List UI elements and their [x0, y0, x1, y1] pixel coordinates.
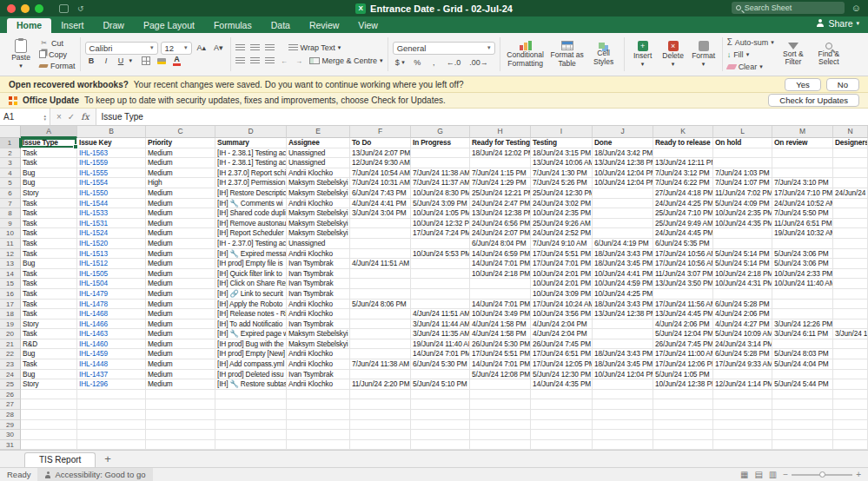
cell-A25[interactable]: Story	[21, 379, 77, 390]
cell-E10[interactable]: Maksym Stebelskyi	[287, 228, 350, 239]
cell-I22[interactable]: 17/Jun/24 6:51 PM	[531, 349, 593, 359]
cell-M1[interactable]: On review	[772, 138, 833, 148]
cell-A8[interactable]: Task	[21, 208, 77, 219]
cell-F15[interactable]	[350, 279, 411, 289]
cell-J23[interactable]: 18/Jun/24 3:45 PM	[593, 359, 653, 370]
row-header-14[interactable]: 14	[0, 269, 21, 280]
cell-E16[interactable]: Ivan Tsymbrak	[287, 289, 350, 300]
cell-C9[interactable]: Medium	[146, 219, 215, 229]
cell-C5[interactable]: High	[146, 178, 215, 188]
row-header-4[interactable]: 4	[0, 168, 21, 179]
cell-E23[interactable]: Andrii Klochko	[287, 359, 350, 370]
cell-G17[interactable]	[411, 300, 470, 310]
row-header-27[interactable]: 27	[0, 399, 21, 410]
cell-G12[interactable]: 10/Jun/24 5:53 PM	[411, 249, 470, 260]
format-as-table-button[interactable]: Format as Table	[549, 41, 586, 68]
cell-styles-button[interactable]: Cell Styles	[588, 43, 620, 66]
tab-insert[interactable]: Insert	[51, 18, 93, 33]
cell-M19[interactable]: 3/Jun/24 12:26 PM	[772, 320, 833, 330]
cell-N15[interactable]	[833, 279, 868, 289]
cell-I8[interactable]: 10/Jun/24 2:35 PM	[531, 208, 593, 219]
column-header-H[interactable]: H	[470, 126, 531, 138]
align-middle-icon[interactable]	[250, 44, 260, 51]
increase-decimal-button[interactable]: ←.0	[444, 56, 464, 69]
cell-K24[interactable]: 5/Jun/24 1:05 PM	[653, 370, 713, 380]
align-bottom-icon[interactable]	[265, 44, 275, 51]
cell-I12[interactable]: 17/Jun/24 5:51 PM	[531, 249, 593, 260]
cell-H1[interactable]: Ready for Testing	[470, 138, 531, 148]
cell-I29[interactable]	[531, 420, 593, 431]
cell-M31[interactable]	[772, 440, 833, 450]
cell-G22[interactable]: 14/Jun/24 7:01 PM	[411, 349, 470, 359]
cell-C16[interactable]: Medium	[146, 289, 215, 300]
cell-J22[interactable]: 18/Jun/24 3:43 PM	[593, 349, 653, 359]
cell-L23[interactable]: 17/Jun/24 9:33 AM	[713, 359, 772, 370]
clear-button[interactable]: Clear ▾	[727, 62, 774, 72]
cell-B1[interactable]: Issue Key	[77, 138, 146, 148]
cell-C25[interactable]: Medium	[146, 379, 215, 390]
align-left-icon[interactable]	[235, 57, 245, 64]
cell-D12[interactable]: [IH] 🔧 Expired messaj	[215, 249, 287, 260]
cell-F27[interactable]	[350, 399, 411, 410]
cell-B11[interactable]: IHL-1520	[77, 239, 146, 249]
cell-L7[interactable]: 5/Jun/24 4:09 PM	[713, 199, 772, 209]
font-name-select[interactable]: Calibri ▾	[85, 42, 158, 55]
zoom-in-icon[interactable]: +	[856, 470, 861, 479]
cell-L12[interactable]: 5/Jun/24 5:14 PM	[713, 249, 772, 260]
cell-B30[interactable]	[77, 430, 146, 440]
cell-F17[interactable]: 5/Jun/24 8:06 PM	[350, 300, 411, 310]
cell-A17[interactable]: Task	[21, 300, 77, 310]
cell-G21[interactable]: 19/Jun/24 11:40 AM	[411, 339, 470, 350]
row-header-28[interactable]: 28	[0, 410, 21, 420]
cell-G2[interactable]	[411, 148, 470, 159]
cell-M3[interactable]	[772, 158, 833, 168]
cell-M4[interactable]	[772, 168, 833, 179]
cell-M26[interactable]	[772, 390, 833, 400]
cell-I1[interactable]: Testing	[531, 138, 593, 148]
cell-I24[interactable]: 5/Jun/24 12:30 PM	[531, 370, 593, 380]
cell-D26[interactable]	[215, 390, 287, 400]
column-header-C[interactable]: C	[146, 126, 215, 138]
cell-K11[interactable]: 6/Jun/24 5:35 PM	[653, 239, 713, 249]
cell-K14[interactable]: 11/Jun/24 3:07 PM	[653, 269, 713, 280]
cell-G18[interactable]: 4/Jun/24 11:51 AM	[411, 309, 470, 320]
cell-J12[interactable]: 18/Jun/24 3:43 PM	[593, 249, 653, 260]
cell-A5[interactable]: Bug	[21, 178, 77, 188]
row-header-18[interactable]: 18	[0, 309, 21, 320]
cell-D20[interactable]: [IH] 🔧 Expired page w	[215, 329, 287, 339]
row-header-30[interactable]: 30	[0, 430, 21, 440]
cell-B9[interactable]: IHL-1531	[77, 219, 146, 229]
cell-F26[interactable]	[350, 390, 411, 400]
cell-A26[interactable]	[21, 390, 77, 400]
cell-F3[interactable]: 12/Jun/24 9:30 AM	[350, 158, 411, 168]
cell-D10[interactable]: [IH] Report Scheduler	[215, 228, 287, 239]
cell-I6[interactable]: 25/Jun/24 12:30 PM	[531, 188, 593, 199]
cell-J10[interactable]	[593, 228, 653, 239]
row-header-20[interactable]: 20	[0, 329, 21, 339]
cell-G24[interactable]	[411, 370, 470, 380]
cell-G9[interactable]: 10/Jun/24 12:32 PM	[411, 219, 470, 229]
cell-F6[interactable]: 6/Jun/24 7:43 PM	[350, 188, 411, 199]
cell-N30[interactable]	[833, 430, 868, 440]
cell-L19[interactable]: 4/Jun/24 4:27 PM	[713, 320, 772, 330]
cell-K3[interactable]: 13/Jun/24 12:11 PM	[653, 158, 713, 168]
cell-J28[interactable]	[593, 410, 653, 420]
search-input[interactable]: Search Sheet	[732, 2, 845, 14]
cell-B3[interactable]: IHL-1559	[77, 158, 146, 168]
row-header-9[interactable]: 9	[0, 219, 21, 229]
tab-formulas[interactable]: Formulas	[204, 18, 262, 33]
underline-button[interactable]: U	[115, 55, 128, 67]
cell-M8[interactable]: 7/Jun/24 5:50 PM	[772, 208, 833, 219]
cell-K23[interactable]: 17/Jun/24 12:06 PM	[653, 359, 713, 370]
cell-A11[interactable]: Task	[21, 239, 77, 249]
no-button[interactable]: No	[826, 78, 859, 91]
cell-D27[interactable]	[215, 399, 287, 410]
cell-H8[interactable]: 13/Jun/24 12:38 PM	[470, 208, 531, 219]
cell-M18[interactable]	[772, 309, 833, 320]
cell-J31[interactable]	[593, 440, 653, 450]
cell-I2[interactable]: 18/Jun/24 3:15 PM	[531, 148, 593, 159]
cell-I20[interactable]: 4/Jun/24 2:04 PM	[531, 329, 593, 339]
cell-I3[interactable]: 13/Jun/24 10:06 AM	[531, 158, 593, 168]
cell-C20[interactable]: Medium	[146, 329, 215, 339]
cell-I27[interactable]	[531, 399, 593, 410]
